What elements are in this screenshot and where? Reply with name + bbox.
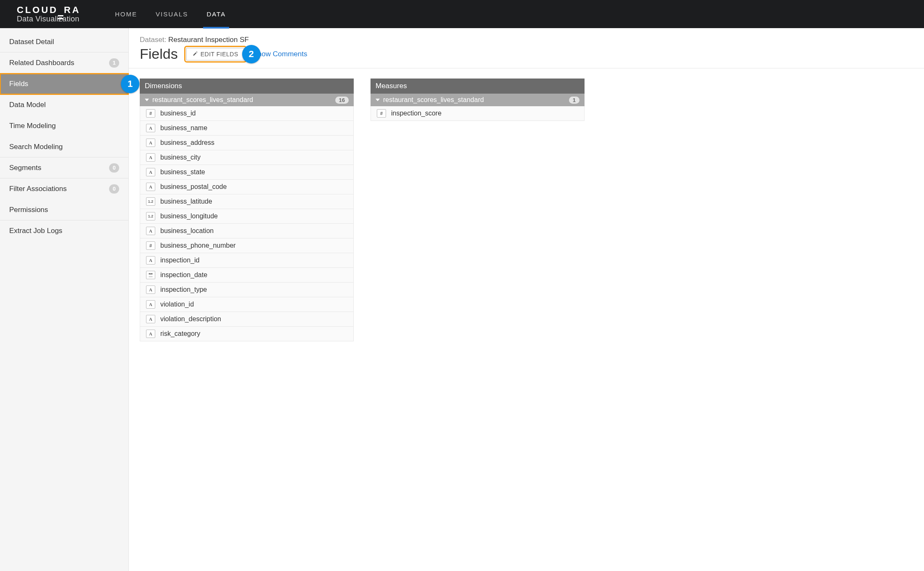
edit-fields-label: EDIT FIELDS (201, 51, 238, 58)
text-icon: A (146, 124, 155, 132)
text-icon: A (146, 183, 155, 191)
hash-icon: # (146, 109, 155, 118)
field-row[interactable]: Abusiness_city (140, 150, 354, 165)
field-row[interactable]: Abusiness_location (140, 224, 354, 238)
measures-panel: Measures restaurant_scores_lives_standar… (371, 79, 585, 121)
nav-visuals[interactable]: VISUALS (146, 0, 197, 28)
text-icon: A (146, 300, 155, 309)
caret-down-icon (376, 99, 380, 101)
text-icon: A (146, 139, 155, 147)
field-row[interactable]: 1.2business_longitude (140, 209, 354, 224)
text-icon: A (146, 315, 155, 323)
dataset-prefix: Dataset: (140, 36, 168, 44)
sidebar-item-label: Permissions (9, 206, 48, 214)
sidebar-item-permissions[interactable]: Permissions (0, 199, 128, 220)
field-name: risk_category (160, 330, 200, 338)
decimal-icon: 1.2 (146, 212, 155, 220)
dimensions-field-list: #business_idAbusiness_nameAbusiness_addr… (140, 106, 354, 341)
page-title: Fields (140, 46, 178, 62)
brand-logo: CLOUDRA (17, 5, 81, 15)
text-icon: A (146, 286, 155, 294)
pencil-icon (193, 51, 198, 58)
sidebar-item-label: Search Modeling (9, 143, 63, 151)
decimal-icon: 1.2 (146, 197, 155, 206)
field-row[interactable]: Ainspection_id (140, 253, 354, 268)
calendar-icon (146, 271, 155, 279)
field-name: inspection_type (160, 286, 207, 293)
field-row[interactable]: Aviolation_description (140, 312, 354, 327)
sidebar-item-label: Segments (9, 164, 42, 172)
sidebar: Dataset Detail Related Dashboards 1 Fiel… (0, 28, 129, 571)
count-badge: 0 (109, 163, 119, 173)
measures-group-header[interactable]: restaurant_scores_lives_standard 1 (371, 94, 585, 106)
count-badge: 0 (109, 184, 119, 194)
field-name: business_city (160, 154, 201, 161)
sidebar-item-label: Filter Associations (9, 185, 67, 193)
dimensions-panel: Dimensions restaurant_scores_lives_stand… (140, 79, 354, 341)
field-name: inspection_score (391, 110, 441, 117)
field-name: inspection_id (160, 257, 199, 264)
callout-2: 2 (242, 45, 261, 63)
caret-down-icon (145, 99, 149, 101)
sidebar-item-fields[interactable]: Fields 1 (0, 73, 128, 94)
field-row[interactable]: Abusiness_state (140, 165, 354, 180)
dimensions-group-header[interactable]: restaurant_scores_lives_standard 16 (140, 94, 354, 106)
field-name: violation_id (160, 301, 194, 308)
edit-fields-highlight: EDIT FIELDS 2 (186, 48, 245, 60)
top-nav: CLOUDRA Data Visualization HOME VISUALS … (0, 0, 924, 28)
count-badge: 1 (109, 58, 119, 68)
field-name: inspection_date (160, 271, 207, 279)
measures-field-list: #inspection_score (371, 106, 585, 121)
nav-links: HOME VISUALS DATA (106, 0, 235, 28)
text-icon: A (146, 227, 155, 235)
field-row[interactable]: inspection_date (140, 268, 354, 283)
dataset-line: Dataset: Restaurant Inspection SF (140, 36, 913, 44)
brand-subtitle: Data Visualization (17, 15, 81, 24)
field-name: business_longitude (160, 212, 218, 220)
header-row: Fields EDIT FIELDS 2 Show Comments (140, 46, 913, 62)
field-row[interactable]: #inspection_score (371, 106, 585, 121)
edit-fields-button[interactable]: EDIT FIELDS (186, 48, 245, 60)
field-name: business_address (160, 139, 214, 147)
field-name: business_postal_code (160, 183, 227, 191)
field-row[interactable]: #business_id (140, 106, 354, 121)
sidebar-item-search-modeling[interactable]: Search Modeling (0, 136, 128, 157)
field-row[interactable]: Abusiness_name (140, 121, 354, 136)
sidebar-item-segments[interactable]: Segments 0 (0, 157, 128, 178)
sidebar-item-dataset-detail[interactable]: Dataset Detail (0, 31, 128, 52)
nav-home[interactable]: HOME (106, 0, 146, 28)
sidebar-item-related-dashboards[interactable]: Related Dashboards 1 (0, 52, 128, 73)
field-row[interactable]: Abusiness_postal_code (140, 180, 354, 194)
main-content: Dataset: Restaurant Inspection SF Fields… (129, 28, 924, 571)
field-row[interactable]: Aviolation_id (140, 297, 354, 312)
nav-data[interactable]: DATA (197, 0, 235, 28)
show-comments-link[interactable]: Show Comments (253, 50, 307, 58)
text-icon: A (146, 153, 155, 162)
field-name: business_latitude (160, 198, 212, 205)
sidebar-item-time-modeling[interactable]: Time Modeling (0, 115, 128, 136)
text-icon: A (146, 168, 155, 176)
field-row[interactable]: #business_phone_number (140, 238, 354, 253)
field-row[interactable]: Ainspection_type (140, 283, 354, 297)
dimensions-header: Dimensions (140, 79, 354, 94)
measures-header: Measures (371, 79, 585, 94)
text-icon: A (146, 330, 155, 338)
panels: Dimensions restaurant_scores_lives_stand… (140, 79, 913, 341)
sidebar-item-label: Data Model (9, 101, 46, 109)
sidebar-item-data-model[interactable]: Data Model (0, 94, 128, 115)
field-name: business_location (160, 227, 214, 235)
field-row[interactable]: Arisk_category (140, 327, 354, 341)
field-row[interactable]: Abusiness_address (140, 136, 354, 150)
sidebar-item-extract-job-logs[interactable]: Extract Job Logs (0, 220, 128, 241)
text-icon: A (146, 256, 155, 265)
count-badge: 16 (335, 97, 349, 104)
sidebar-item-label: Related Dashboards (9, 59, 74, 67)
divider (129, 68, 924, 68)
sidebar-item-filter-associations[interactable]: Filter Associations 0 (0, 178, 128, 199)
field-name: business_phone_number (160, 242, 236, 249)
hash-icon: # (146, 241, 155, 250)
dataset-name: Restaurant Inspection SF (168, 36, 249, 44)
field-name: business_id (160, 110, 196, 117)
field-name: business_state (160, 168, 205, 176)
field-row[interactable]: 1.2business_latitude (140, 194, 354, 209)
